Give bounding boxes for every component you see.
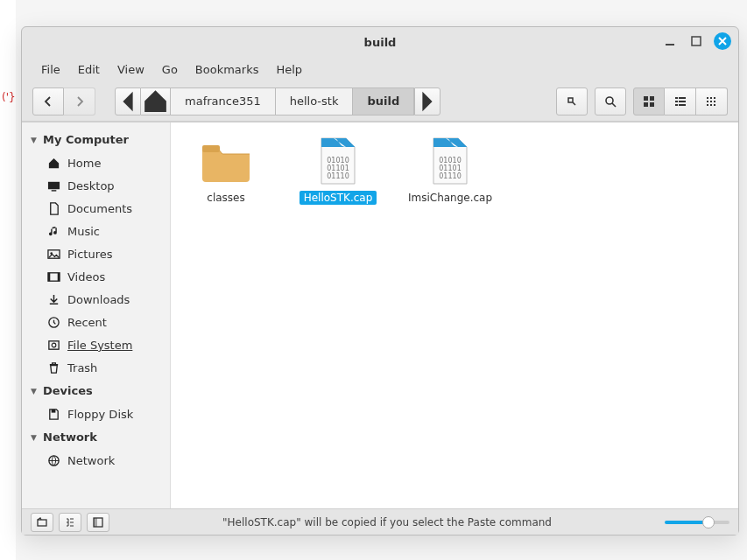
- sidebar-item-floppy-disk[interactable]: Floppy Disk: [22, 402, 170, 425]
- file-item[interactable]: 010100110101110HelloSTK.cap: [299, 136, 377, 205]
- sidebar-item-pictures[interactable]: Pictures: [22, 242, 170, 265]
- svg-rect-14: [710, 97, 712, 99]
- desktop-icon: [46, 178, 60, 192]
- view-compact-button[interactable]: [696, 88, 728, 116]
- svg-point-2: [606, 97, 613, 104]
- menu-edit[interactable]: Edit: [69, 60, 109, 80]
- close-sidebar-button[interactable]: [87, 513, 109, 532]
- file-label: ImsiChange.cap: [404, 191, 497, 205]
- down-icon: [46, 292, 60, 306]
- svg-rect-15: [714, 97, 715, 99]
- sidebar-item-downloads[interactable]: Downloads: [22, 288, 170, 311]
- svg-text:01010: 01010: [327, 157, 349, 164]
- binary-file-icon: 010100110101110: [311, 136, 365, 186]
- music-icon: [46, 224, 60, 238]
- sidebar-item-desktop[interactable]: Desktop: [22, 174, 170, 197]
- svg-rect-32: [51, 409, 55, 412]
- breadcrumb-next[interactable]: [414, 88, 440, 116]
- sidebar: ▼My ComputerHomeDesktopDocumentsMusicPic…: [22, 122, 171, 508]
- file-label: HelloSTK.cap: [300, 191, 377, 205]
- back-button[interactable]: [32, 88, 64, 116]
- fs-icon: [46, 338, 60, 352]
- svg-rect-5: [644, 102, 648, 107]
- sidebar-item-label: Floppy Disk: [67, 408, 133, 421]
- svg-rect-1: [692, 37, 701, 46]
- chevron-down-icon: ▼: [31, 387, 39, 396]
- sidebar-item-documents[interactable]: Documents: [22, 197, 170, 220]
- svg-rect-30: [48, 340, 58, 348]
- svg-rect-34: [202, 145, 220, 152]
- svg-rect-8: [679, 97, 686, 99]
- binary-file-icon: 010100110101110: [423, 136, 477, 186]
- breadcrumb-seg-2[interactable]: build: [353, 88, 414, 116]
- zoom-knob[interactable]: [702, 516, 715, 528]
- menu-go[interactable]: Go: [153, 60, 187, 80]
- sidebar-item-network[interactable]: Network: [22, 449, 170, 472]
- file-item[interactable]: 010100110101110ImsiChange.cap: [411, 136, 490, 205]
- sidebar-item-videos[interactable]: Videos: [22, 265, 170, 288]
- forward-button[interactable]: [64, 88, 95, 116]
- home-icon: [46, 156, 60, 170]
- view-icons-button[interactable]: [633, 88, 665, 116]
- file-content-area[interactable]: classes010100110101110HelloSTK.cap010100…: [171, 122, 738, 508]
- svg-rect-9: [675, 101, 678, 102]
- file-manager-window: build File Edit View Go Bookmarks Help m…: [21, 26, 739, 536]
- menu-bookmarks[interactable]: Bookmarks: [187, 60, 268, 80]
- svg-rect-11: [675, 104, 678, 106]
- trash-icon: [46, 360, 60, 374]
- breadcrumb-seg-1[interactable]: hello-stk: [276, 88, 354, 116]
- view-list-button[interactable]: [665, 88, 696, 116]
- sidebar-item-label: Videos: [67, 270, 105, 284]
- floppy-icon: [46, 407, 60, 421]
- menu-file[interactable]: File: [32, 60, 69, 80]
- svg-rect-10: [679, 101, 686, 102]
- breadcrumb-home-icon[interactable]: [141, 88, 171, 116]
- statusbar: "HelloSTK.cap" will be copied if you sel…: [22, 508, 738, 535]
- show-tree-button[interactable]: [59, 513, 81, 532]
- sidebar-item-label: Recent: [67, 316, 107, 329]
- breadcrumb-prev[interactable]: [115, 88, 141, 116]
- sidebar-item-recent[interactable]: Recent: [22, 311, 170, 333]
- menu-help[interactable]: Help: [267, 60, 311, 80]
- search-button[interactable]: [595, 88, 626, 116]
- svg-text:01110: 01110: [439, 172, 461, 180]
- sidebar-section-header[interactable]: ▼Devices: [22, 379, 170, 402]
- svg-rect-22: [47, 181, 59, 188]
- sidebar-item-label: File System: [67, 339, 132, 352]
- svg-text:01101: 01101: [327, 164, 349, 172]
- sidebar-item-label: Downloads: [67, 293, 130, 306]
- close-button[interactable]: [714, 32, 731, 50]
- sidebar-item-home[interactable]: Home: [22, 151, 170, 174]
- sidebar-item-file-system[interactable]: File System: [22, 333, 170, 356]
- sidebar-item-label: Pictures: [67, 248, 112, 261]
- maximize-button[interactable]: [687, 32, 705, 50]
- chevron-down-icon: ▼: [31, 136, 39, 144]
- zoom-track[interactable]: [665, 521, 729, 524]
- sidebar-section-header[interactable]: ▼Network: [22, 425, 170, 449]
- toolbar: mafrance351 hello-stk build: [22, 81, 738, 122]
- sidebar-item-trash[interactable]: Trash: [22, 356, 170, 379]
- titlebar[interactable]: build: [22, 27, 738, 57]
- sidebar-item-label: Home: [67, 157, 101, 170]
- sidebar-section-header[interactable]: ▼My Computer: [22, 128, 170, 151]
- svg-text:01110: 01110: [327, 172, 349, 180]
- breadcrumb-seg-0[interactable]: mafrance351: [171, 88, 276, 116]
- breadcrumb: mafrance351 hello-stk build: [115, 88, 440, 116]
- vid-icon: [46, 270, 60, 284]
- show-places-button[interactable]: [31, 513, 53, 532]
- recent-icon: [46, 315, 60, 329]
- editor-gutter: ('}: [0, 0, 16, 560]
- zoom-slider[interactable]: [665, 521, 729, 524]
- svg-text:01101: 01101: [439, 164, 461, 172]
- file-item[interactable]: classes: [187, 136, 265, 205]
- sidebar-item-label: Music: [67, 225, 100, 238]
- menu-view[interactable]: View: [109, 60, 153, 80]
- svg-rect-41: [38, 520, 46, 526]
- sidebar-section-title: Network: [43, 430, 97, 444]
- svg-rect-21: [714, 104, 715, 106]
- toggle-location-button[interactable]: [556, 88, 588, 116]
- sidebar-item-music[interactable]: Music: [22, 220, 170, 242]
- svg-rect-12: [679, 104, 686, 106]
- sidebar-item-label: Documents: [67, 202, 132, 215]
- minimize-button[interactable]: [661, 32, 679, 50]
